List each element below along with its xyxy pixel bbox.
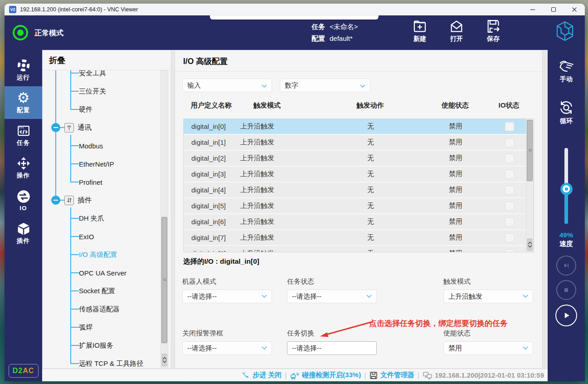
cell-enable-state: 禁用 [419, 249, 492, 252]
tree-item[interactable]: 远程 TCP & 工具路径 [43, 354, 154, 368]
tree-scrollbar[interactable] [160, 70, 168, 368]
speed-slider[interactable] [564, 148, 568, 224]
close-button[interactable] [564, 4, 585, 15]
tree-connector-tick [70, 236, 79, 237]
sidebar-item-run[interactable]: 运行 [5, 54, 42, 86]
tree-item[interactable]: Socket 配置 [43, 282, 154, 300]
collapse-minus-icon[interactable] [51, 123, 60, 132]
maximize-button[interactable] [543, 4, 564, 15]
tree-item[interactable]: ExIO [43, 227, 154, 246]
tree-scrollbar-arrows[interactable] [161, 354, 167, 366]
table-row[interactable]: digital_in[4]上升沿触发无禁用 [184, 182, 527, 198]
config-tree-panel: 折叠 安全工具三位开关硬件通讯Modbu [42, 50, 171, 369]
tree-item-label: 安全工具 [79, 70, 106, 78]
io-state-checkbox[interactable] [505, 233, 514, 242]
tree-item[interactable]: Modbus [43, 137, 154, 155]
form-field-enable-state: 使能状态禁用 [443, 329, 533, 355]
tree-item[interactable]: EtherNet/IP [43, 155, 154, 173]
io-direction-select[interactable]: 输入 [182, 79, 272, 92]
select-enable-state[interactable]: 禁用 [443, 341, 533, 355]
tree-item[interactable]: 三位开关 [43, 82, 154, 100]
tree-item[interactable]: 扩展IO服务 [43, 336, 154, 354]
sidebar-item-label: 操作 [17, 172, 30, 180]
io-direction-value: 输入 [187, 81, 201, 90]
status-connection[interactable]: 192.168.1.200|2012-01-01 03:10:59 [423, 371, 544, 380]
field-value: 上升沿触发 [448, 292, 482, 301]
minimize-button[interactable] [522, 4, 543, 15]
play-button[interactable] [555, 305, 577, 326]
tree-item[interactable]: 通讯 [43, 118, 154, 137]
tree-item[interactable]: OPC UA Server [43, 264, 154, 282]
collapse-header[interactable]: 折叠 [43, 50, 171, 70]
select-robot-mode[interactable]: --请选择-- [182, 290, 272, 303]
logo-text-orange: AC [23, 367, 34, 375]
step-run-button[interactable] [556, 256, 576, 276]
status-file-manager-label: 文件管理器 [380, 371, 414, 379]
io-type-select[interactable]: 数字 [280, 79, 370, 92]
vnc-toolbar-notch[interactable] [210, 15, 379, 20]
tree-item[interactable]: 传感器适配器 [43, 300, 154, 318]
topbar-save-button[interactable]: 保存 [481, 19, 506, 43]
config-gear-icon: ⚙ [17, 91, 30, 105]
table-row[interactable]: digital_in[8]上升沿触发无禁用 [184, 246, 527, 252]
table-row[interactable]: digital_in[3]上升沿触发无禁用 [184, 167, 527, 182]
topbar-open-button[interactable]: 打开 [444, 19, 469, 43]
select-task-status[interactable]: --请选择-- [287, 290, 377, 303]
d2ac-logo-button[interactable]: D2AC [9, 364, 39, 378]
table-row[interactable]: digital_in[2]上升沿触发无禁用 [184, 151, 527, 167]
sidebar-item-plugin[interactable]: 插件 [5, 217, 42, 250]
select-close-alarm-popup[interactable]: --请选择-- [182, 341, 272, 355]
tree-item[interactable]: 弧焊 [43, 318, 154, 336]
tree-item-label: DH 夹爪 [79, 214, 104, 223]
sidebar-item-label: 插件 [17, 237, 30, 245]
table-row[interactable]: digital_in[0]上升沿触发无禁用 [184, 119, 527, 135]
cell-trigger-mode: 上升沿触发 [240, 170, 322, 178]
table-row[interactable]: digital_in[7]上升沿触发无禁用 [184, 230, 527, 246]
tree-item[interactable]: 插件 [43, 191, 154, 209]
sidebar-item-operate[interactable]: 操作 [5, 152, 42, 184]
status-file-manager[interactable]: 文件管理器 [369, 371, 414, 380]
tree-item[interactable]: Profinet [43, 173, 154, 191]
table-scrollbar-arrows[interactable] [527, 238, 533, 251]
tree-scrollbar-thumb[interactable] [161, 217, 167, 343]
sidebar-item-config[interactable]: ⚙配置 [5, 86, 42, 119]
field-value: --请选择-- [187, 344, 217, 353]
speed-slider-knob[interactable] [560, 183, 573, 195]
table-scrollbar[interactable] [526, 119, 534, 252]
io-state-checkbox[interactable] [505, 186, 514, 195]
chevron-down-icon [523, 295, 528, 298]
sidebar-item-io[interactable]: IO [5, 184, 42, 217]
io-state-checkbox[interactable] [505, 138, 514, 147]
manual-mode-button[interactable]: 手动 [558, 60, 574, 84]
tree-item[interactable]: I/O 高级配置 [43, 246, 154, 264]
table-row[interactable]: digital_in[6]上升沿触发无禁用 [184, 214, 527, 230]
annotation-arrow [311, 317, 379, 344]
status-collision[interactable]: 碰撞检测开启(33%) [290, 371, 361, 380]
stop-button[interactable] [556, 280, 576, 300]
io-state-checkbox[interactable] [505, 249, 514, 253]
tree-connector-tick [70, 73, 79, 74]
io-state-checkbox[interactable] [505, 217, 514, 226]
io-state-checkbox[interactable] [505, 170, 514, 179]
status-step[interactable]: 步进 关闭 [241, 371, 282, 380]
table-row[interactable]: digital_in[1]上升沿触发无禁用 [184, 135, 527, 151]
select-trigger-mode[interactable]: 上升沿触发 [443, 290, 533, 303]
io-state-checkbox[interactable] [505, 154, 514, 163]
run-icon [17, 59, 30, 72]
sidebar-item-task[interactable]: 任务 [5, 119, 42, 152]
tree-connector-tick [70, 254, 79, 255]
collapse-minus-icon[interactable] [51, 196, 60, 205]
topbar-new-label: 新建 [413, 35, 426, 43]
tree-item[interactable]: DH 夹爪 [43, 209, 154, 227]
tree-item[interactable]: 安全工具 [43, 70, 154, 82]
loop-mode-button[interactable]: 循环 [559, 100, 574, 125]
config-label: 配置 [311, 34, 325, 42]
table-scrollbar-thumb[interactable] [527, 120, 533, 181]
antenna-icon [64, 123, 74, 133]
table-row[interactable]: digital_in[5]上升沿触发无禁用 [184, 198, 527, 214]
io-state-checkbox[interactable] [505, 122, 514, 131]
topbar-new-button[interactable]: 新建 [407, 19, 432, 43]
io-state-checkbox[interactable] [505, 202, 514, 211]
tree-item[interactable]: 硬件 [43, 100, 154, 118]
cell-trigger-mode: 上升沿触发 [240, 122, 322, 131]
